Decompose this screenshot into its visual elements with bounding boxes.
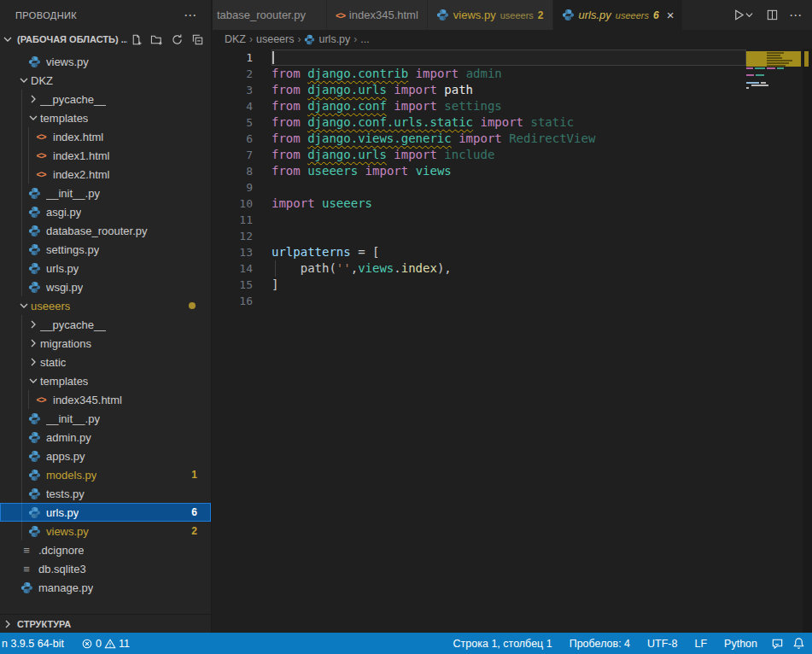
tree-item-wsgi.py[interactable]: wsgi.py [0,277,211,296]
code-token: views [416,164,452,178]
code-line-8[interactable]: from useeers import views [272,163,746,179]
feedback-icon[interactable] [768,633,787,654]
notifications-bell-icon[interactable] [791,633,810,654]
collapse-all-button[interactable] [189,31,206,48]
tree-item-dkz[interactable]: DKZ [0,71,211,90]
tree-item-urls.py[interactable]: urls.py6 [0,503,211,522]
code-line-7[interactable]: from django.urls import include [272,147,746,163]
split-editor-button[interactable] [762,6,781,25]
refresh-icon[interactable] [168,31,185,48]
tree-item-label: __init__.py [46,412,100,425]
generic-file-icon: ≡ [20,562,33,575]
line-number: 4 [213,98,272,114]
code-line-6[interactable]: from django.views.generic import Redirec… [272,131,746,147]
tree-item-admin.py[interactable]: admin.py [0,428,211,447]
python-file-icon [20,581,33,594]
outline-section-header[interactable]: СТРУКТУРА [0,614,212,633]
breadcrumb-item-urls.py[interactable]: urls.py [304,33,350,45]
problems-status[interactable]: 0 11 [74,633,137,654]
tab-views.py[interactable]: views.pyuseeers2 [428,0,553,30]
tree-item-views.py[interactable]: views.py [0,52,211,71]
eol-status[interactable]: LF [687,633,714,654]
explorer-more-actions-icon[interactable]: ⋯ [177,8,204,23]
workspace-section-header[interactable]: (РАБОЧАЯ ОБЛАСТЬ) ... [0,30,211,49]
chevron-down-icon [3,35,17,44]
line-number: 5 [213,114,272,131]
new-folder-button[interactable] [148,31,165,48]
code-line-15[interactable]: ] [272,277,746,293]
tree-item-static[interactable]: static [0,353,211,371]
python-interpreter-status[interactable]: n 3.9.5 64-bit [0,633,71,654]
tree-item-asgi.py[interactable]: asgi.py [0,202,211,221]
code-line-12[interactable] [272,228,746,244]
code-token: import [480,115,523,129]
tree-item-tests.py[interactable]: tests.py [0,484,211,503]
code-line-2[interactable]: from django.contrib import admin [272,66,746,82]
code-token: import [394,148,437,161]
tree-item-__pycache__[interactable]: __pycache__ [0,315,211,334]
tree-item-__init__.py[interactable]: __init__.py [0,184,211,202]
tree-item-views.py[interactable]: views.py2 [0,522,211,540]
tree-item-settings.py[interactable]: settings.py [0,240,211,259]
more-actions-icon[interactable]: ⋯ [786,6,805,25]
tree-item-db.sqlite3[interactable]: ≡db.sqlite3 [0,559,211,578]
explorer-header: ПРОВОДНИК ⋯ [0,0,211,30]
cursor-position-status[interactable]: Строка 1, столбец 1 [447,633,559,654]
tree-item-useeers[interactable]: useeers [0,296,211,315]
tab-label: tabase_roouter.py [217,9,306,21]
tree-item-.dcignore[interactable]: ≡.dcignore [0,540,211,559]
tree-item-index345.html[interactable]: <>index345.html [0,390,211,409]
code-token: include [444,148,494,161]
breadcrumb-item-dkz[interactable]: DKZ [225,33,246,45]
minimap[interactable] [746,49,803,633]
code-line-1[interactable] [272,50,746,66]
code-line-9[interactable] [272,179,746,196]
tree-item-models.py[interactable]: models.py1 [0,465,211,484]
tree-item-__init__.py[interactable]: __init__.py [0,409,211,428]
code-token: index [401,261,437,275]
language-mode-status[interactable]: Python [717,633,764,654]
code-editor[interactable]: 12345678910111213141516 from django.cont… [213,49,812,633]
tree-item-templates[interactable]: templates [0,371,211,390]
chevron-right-icon [26,339,40,347]
modified-dot-badge [189,302,196,309]
editor-actions: ⋯ [683,0,812,30]
tree-item-index.html[interactable]: <>index.html [0,127,211,146]
breadcrumb-item-useeers[interactable]: useeers [256,33,294,45]
close-icon[interactable]: × [667,9,675,21]
tree-item-index2.html[interactable]: <>index2.html [0,165,211,184]
code-line-3[interactable]: from django.urls import path [272,82,746,98]
code-line-5[interactable]: from django.conf.urls.static import stat… [272,114,746,131]
tree-item-templates[interactable]: templates [0,108,211,127]
code-line-13[interactable]: urlpatterns = [ [272,244,746,260]
minimap-warning-block [746,51,801,67]
tree-item-urls.py[interactable]: urls.py [0,259,211,277]
tree-item-migrations[interactable]: migrations [0,334,211,353]
code-pane[interactable]: from django.contrib import adminfrom dja… [272,49,746,633]
tab-tabase_roouter.py[interactable]: tabase_roouter.py [213,0,327,30]
tab-index345.html[interactable]: <>index345.html [327,0,428,30]
encoding-status[interactable]: UTF-8 [640,633,684,654]
tab-urls.py[interactable]: urls.pyuseeers6× [553,0,684,30]
code-line-14[interactable]: path('',views.index), [272,260,746,277]
tree-item-label: urls.py [46,506,79,519]
python-file-icon [27,55,41,68]
indentation-status[interactable]: Пробелов: 4 [563,633,637,654]
run-python-file-button[interactable] [728,6,757,25]
code-line-16[interactable] [272,293,746,309]
tree-item-apps.py[interactable]: apps.py [0,447,211,465]
python-file-icon [27,524,41,538]
breadcrumb-item-...[interactable]: ... [360,33,369,45]
file-tree: views.pyDKZ__pycache__templates<>index.h… [0,49,211,597]
tree-item-__pycache__[interactable]: __pycache__ [0,90,211,108]
chevron-down-icon [26,114,40,122]
new-file-button[interactable] [127,31,144,48]
tree-item-database_roouter.py[interactable]: database_roouter.py [0,221,211,240]
code-line-4[interactable]: from django.conf import settings [272,98,746,114]
status-bar: n 3.9.5 64-bit 0 11 Строка 1, столбец 1 … [0,633,812,654]
tree-item-index1.html[interactable]: <>index1.html [0,146,211,165]
tree-item-manage.py[interactable]: manage.py [0,578,211,597]
code-line-11[interactable] [272,212,746,228]
overview-ruler[interactable] [803,49,812,633]
code-line-10[interactable]: import useeers [272,196,746,212]
